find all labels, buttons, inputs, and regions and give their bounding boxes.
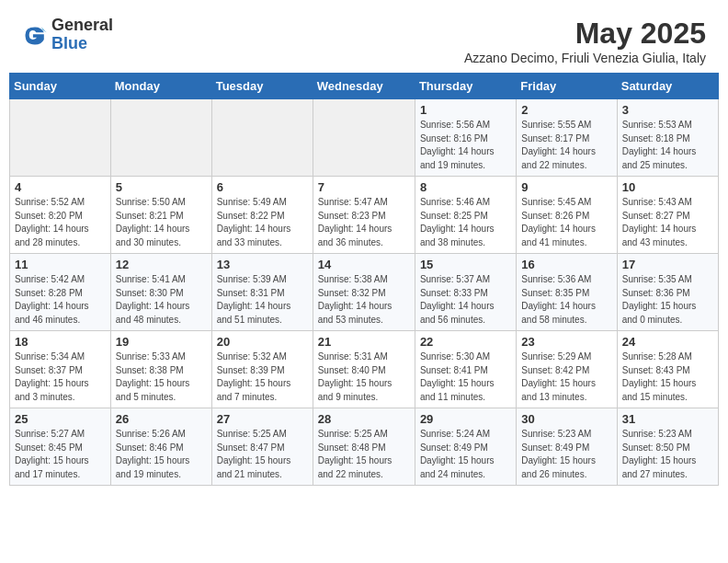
calendar-cell: 19Sunrise: 5:33 AM Sunset: 8:38 PM Dayli… (110, 331, 211, 408)
day-info: Sunrise: 5:39 AM Sunset: 8:31 PM Dayligh… (217, 273, 308, 327)
day-info: Sunrise: 5:53 AM Sunset: 8:18 PM Dayligh… (622, 119, 713, 172)
calendar-cell (211, 99, 313, 177)
calendar-cell: 17Sunrise: 5:35 AM Sunset: 8:36 PM Dayli… (617, 254, 718, 331)
day-info: Sunrise: 5:55 AM Sunset: 8:17 PM Dayligh… (521, 119, 611, 172)
logo-blue: Blue (51, 35, 113, 53)
day-info: Sunrise: 5:42 AM Sunset: 8:28 PM Dayligh… (15, 273, 106, 327)
calendar-cell: 10Sunrise: 5:43 AM Sunset: 8:27 PM Dayli… (617, 177, 718, 254)
calendar-cell: 14Sunrise: 5:38 AM Sunset: 8:32 PM Dayli… (313, 254, 415, 331)
day-info: Sunrise: 5:47 AM Sunset: 8:23 PM Dayligh… (318, 196, 410, 249)
day-number: 7 (318, 180, 410, 194)
day-info: Sunrise: 5:25 AM Sunset: 8:47 PM Dayligh… (217, 428, 308, 481)
day-number: 22 (420, 335, 511, 349)
day-number: 5 (116, 180, 207, 194)
day-info: Sunrise: 5:34 AM Sunset: 8:37 PM Dayligh… (15, 350, 106, 404)
calendar-cell: 27Sunrise: 5:25 AM Sunset: 8:47 PM Dayli… (211, 408, 313, 486)
day-number: 11 (15, 258, 106, 271)
calendar-body: 1Sunrise: 5:56 AM Sunset: 8:16 PM Daylig… (10, 99, 719, 486)
calendar-cell: 7Sunrise: 5:47 AM Sunset: 8:23 PM Daylig… (313, 177, 415, 254)
calendar-cell: 28Sunrise: 5:25 AM Sunset: 8:48 PM Dayli… (313, 408, 415, 486)
calendar-cell: 26Sunrise: 5:26 AM Sunset: 8:46 PM Dayli… (110, 408, 211, 486)
day-number: 30 (521, 412, 611, 426)
calendar-cell: 20Sunrise: 5:32 AM Sunset: 8:39 PM Dayli… (211, 331, 313, 408)
weekday-header: Monday (110, 74, 211, 99)
calendar-cell: 31Sunrise: 5:23 AM Sunset: 8:50 PM Dayli… (617, 408, 718, 486)
day-number: 12 (116, 258, 207, 271)
calendar-cell (313, 99, 415, 177)
calendar-cell: 4Sunrise: 5:52 AM Sunset: 8:20 PM Daylig… (10, 177, 111, 254)
calendar-cell: 6Sunrise: 5:49 AM Sunset: 8:22 PM Daylig… (211, 177, 313, 254)
calendar-cell (110, 99, 211, 177)
calendar-cell (10, 99, 111, 177)
calendar-cell: 9Sunrise: 5:45 AM Sunset: 8:26 PM Daylig… (517, 177, 617, 254)
day-number: 3 (622, 103, 713, 117)
weekday-header: Wednesday (313, 74, 415, 99)
day-number: 21 (318, 335, 410, 349)
day-info: Sunrise: 5:35 AM Sunset: 8:36 PM Dayligh… (622, 273, 713, 327)
calendar-cell: 23Sunrise: 5:29 AM Sunset: 8:42 PM Dayli… (517, 331, 617, 408)
day-number: 19 (116, 335, 207, 349)
day-info: Sunrise: 5:28 AM Sunset: 8:43 PM Dayligh… (622, 350, 713, 404)
day-info: Sunrise: 5:50 AM Sunset: 8:21 PM Dayligh… (116, 196, 207, 249)
calendar-cell: 29Sunrise: 5:24 AM Sunset: 8:49 PM Dayli… (415, 408, 516, 486)
day-info: Sunrise: 5:52 AM Sunset: 8:20 PM Dayligh… (15, 196, 106, 249)
weekday-header: Thursday (415, 74, 516, 99)
calendar-week-row: 4Sunrise: 5:52 AM Sunset: 8:20 PM Daylig… (10, 177, 719, 254)
calendar-week-row: 11Sunrise: 5:42 AM Sunset: 8:28 PM Dayli… (10, 254, 719, 331)
day-info: Sunrise: 5:24 AM Sunset: 8:49 PM Dayligh… (420, 428, 511, 481)
day-info: Sunrise: 5:41 AM Sunset: 8:30 PM Dayligh… (116, 273, 207, 327)
day-number: 18 (15, 335, 106, 349)
calendar-cell: 11Sunrise: 5:42 AM Sunset: 8:28 PM Dayli… (10, 254, 111, 331)
calendar-cell: 8Sunrise: 5:46 AM Sunset: 8:25 PM Daylig… (415, 177, 516, 254)
day-number: 13 (217, 258, 308, 271)
day-number: 29 (420, 412, 511, 426)
day-number: 28 (318, 412, 410, 426)
day-number: 15 (420, 258, 511, 271)
weekday-header: Tuesday (211, 74, 313, 99)
calendar-cell: 16Sunrise: 5:36 AM Sunset: 8:35 PM Dayli… (517, 254, 617, 331)
calendar-cell: 22Sunrise: 5:30 AM Sunset: 8:41 PM Dayli… (415, 331, 516, 408)
calendar-cell: 12Sunrise: 5:41 AM Sunset: 8:30 PM Dayli… (110, 254, 211, 331)
day-info: Sunrise: 5:27 AM Sunset: 8:45 PM Dayligh… (15, 428, 106, 481)
day-info: Sunrise: 5:56 AM Sunset: 8:16 PM Dayligh… (420, 119, 511, 172)
day-number: 10 (622, 180, 713, 194)
day-info: Sunrise: 5:29 AM Sunset: 8:42 PM Dayligh… (521, 350, 611, 404)
day-info: Sunrise: 5:33 AM Sunset: 8:38 PM Dayligh… (116, 350, 207, 404)
calendar-wrapper: SundayMondayTuesdayWednesdayThursdayFrid… (0, 73, 728, 495)
day-number: 14 (318, 258, 410, 271)
day-number: 24 (622, 335, 713, 349)
weekday-header: Friday (517, 74, 617, 99)
calendar-cell: 18Sunrise: 5:34 AM Sunset: 8:37 PM Dayli… (10, 331, 111, 408)
day-info: Sunrise: 5:49 AM Sunset: 8:22 PM Dayligh… (217, 196, 308, 249)
day-info: Sunrise: 5:45 AM Sunset: 8:26 PM Dayligh… (521, 196, 611, 249)
day-number: 1 (420, 103, 511, 117)
calendar-cell: 13Sunrise: 5:39 AM Sunset: 8:31 PM Dayli… (211, 254, 313, 331)
day-info: Sunrise: 5:31 AM Sunset: 8:40 PM Dayligh… (318, 350, 410, 404)
day-number: 6 (217, 180, 308, 194)
calendar-cell: 15Sunrise: 5:37 AM Sunset: 8:33 PM Dayli… (415, 254, 516, 331)
calendar-table: SundayMondayTuesdayWednesdayThursdayFrid… (9, 73, 719, 486)
day-info: Sunrise: 5:36 AM Sunset: 8:35 PM Dayligh… (521, 273, 611, 327)
day-info: Sunrise: 5:30 AM Sunset: 8:41 PM Dayligh… (420, 350, 511, 404)
day-info: Sunrise: 5:46 AM Sunset: 8:25 PM Dayligh… (420, 196, 511, 249)
day-number: 8 (420, 180, 511, 194)
month-title: May 2025 (464, 17, 706, 51)
calendar-cell: 21Sunrise: 5:31 AM Sunset: 8:40 PM Dayli… (313, 331, 415, 408)
day-info: Sunrise: 5:26 AM Sunset: 8:46 PM Dayligh… (116, 428, 207, 481)
day-info: Sunrise: 5:38 AM Sunset: 8:32 PM Dayligh… (318, 273, 410, 327)
logo-general: General (51, 17, 113, 35)
logo-text: General Blue (51, 17, 113, 53)
logo: General Blue (22, 17, 113, 53)
calendar-cell: 25Sunrise: 5:27 AM Sunset: 8:45 PM Dayli… (10, 408, 111, 486)
calendar-week-row: 18Sunrise: 5:34 AM Sunset: 8:37 PM Dayli… (10, 331, 719, 408)
location: Azzano Decimo, Friuli Venezia Giulia, It… (464, 51, 706, 65)
logo-icon (22, 22, 48, 48)
day-info: Sunrise: 5:25 AM Sunset: 8:48 PM Dayligh… (318, 428, 410, 481)
day-number: 31 (622, 412, 713, 426)
day-number: 27 (217, 412, 308, 426)
calendar-cell: 5Sunrise: 5:50 AM Sunset: 8:21 PM Daylig… (110, 177, 211, 254)
title-area: May 2025 Azzano Decimo, Friuli Venezia G… (464, 17, 706, 65)
day-info: Sunrise: 5:37 AM Sunset: 8:33 PM Dayligh… (420, 273, 511, 327)
day-info: Sunrise: 5:23 AM Sunset: 8:49 PM Dayligh… (521, 428, 611, 481)
weekday-header: Saturday (617, 74, 718, 99)
